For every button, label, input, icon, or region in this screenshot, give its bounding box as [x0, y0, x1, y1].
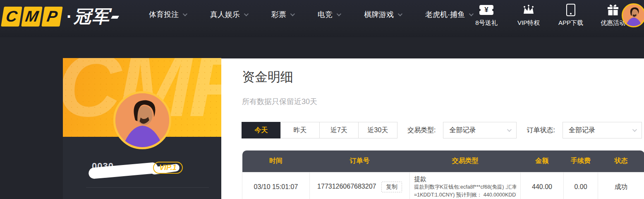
col-header-time: 时间	[242, 150, 310, 172]
funds-table: 时间 订单号 交易类型 金额 手续费 状态 03/10 15:01:07 177…	[242, 150, 644, 199]
logo-dot: ·	[67, 7, 72, 26]
col-header-status: 状态	[598, 150, 644, 172]
brand-logo[interactable]: C M P · 冠军	[2, 5, 118, 28]
transaction-detail-line2: =1KDDT:1.0CNY) 预计到账： 440.0000KDDT	[414, 191, 516, 199]
cell-time: 03/10 15:01:07	[242, 172, 310, 199]
nav-item-board-games[interactable]: 棋牌游戏	[364, 10, 401, 19]
transaction-detail-line1: 提款到数字K豆钱包:ecfa8f***cf68(免提) ,汇率	[414, 183, 516, 191]
logo-dash	[111, 16, 119, 19]
chevron-down-icon	[507, 127, 512, 132]
nav-label: 老虎机·捕鱼	[425, 10, 465, 19]
order-status-select[interactable]: 全部记录	[563, 122, 642, 138]
nav-item-lottery[interactable]: 彩票	[271, 10, 294, 19]
quick-link-label: 8号送礼	[475, 19, 497, 27]
chevron-down-icon	[290, 12, 295, 16]
retention-note: 所有数据只保留近30天	[242, 97, 317, 107]
chevron-down-icon	[183, 12, 187, 16]
crown-icon	[522, 3, 535, 17]
order-status-label: 订单状态:	[527, 126, 555, 135]
date-range-tabs: 今天 昨天 近7天 近30天	[242, 122, 397, 138]
order-number: 1773126067683207	[317, 183, 376, 190]
col-header-fee: 手续费	[564, 150, 598, 172]
nav-label: 体育投注	[149, 10, 179, 19]
logo-letter-c: C	[1, 7, 22, 27]
chevron-down-icon	[632, 127, 637, 132]
chevron-down-icon	[337, 12, 341, 16]
transaction-type-select[interactable]: 全部记录	[443, 122, 517, 138]
cell-fee: 0.00	[564, 172, 598, 199]
nav-item-slots-fishing[interactable]: 老虎机·捕鱼	[425, 10, 472, 19]
cell-transaction-type: 提款 提款到数字K豆钱包:ecfa8f***cf68(免提) ,汇率 =1KDD…	[410, 172, 521, 199]
nav-label: 电竞	[318, 10, 333, 19]
tab-last-7-days[interactable]: 近7天	[319, 122, 359, 138]
quick-link-gift-day8[interactable]: ¥ 8号送礼	[472, 3, 501, 27]
logo-letter-p: P	[41, 7, 63, 27]
nav-label: 彩票	[271, 10, 286, 19]
quick-link-app-download[interactable]: APP下载	[556, 3, 586, 27]
col-header-amount: 金额	[521, 150, 564, 172]
phone-icon	[566, 3, 575, 17]
main-panel: 资金明细 所有数据只保留近30天 今天 昨天 近7天 近30天 交易类型: 全部…	[221, 58, 644, 199]
page-title: 资金明细	[242, 68, 293, 86]
cell-amount: 440.00	[521, 172, 564, 199]
chevron-down-icon	[398, 12, 402, 16]
table-header-row: 时间 订单号 交易类型 金额 手续费 状态	[242, 150, 644, 172]
filter-toolbar: 今天 昨天 近7天 近30天 交易类型: 全部记录 订单状态: 全部记录	[242, 121, 642, 139]
status-badge: 成功	[598, 172, 644, 199]
col-header-type: 交易类型	[410, 150, 521, 172]
profile-card: CMP 0030 VIP.1	[63, 58, 221, 199]
divider	[86, 187, 209, 188]
page: C M P · 冠军 体育投注 真人娱乐 彩票 电竞	[0, 0, 644, 199]
select-value: 全部记录	[449, 126, 476, 135]
nav-label: 棋牌游戏	[364, 10, 394, 19]
logo-suffix: 冠军	[74, 5, 110, 28]
nav-label: 真人娱乐	[210, 10, 240, 19]
quick-link-label: 优惠活动	[601, 19, 625, 27]
main-navigation: 体育投注 真人娱乐 彩票 电竞 棋牌游戏 老虎机·捕鱼	[149, 0, 472, 29]
nav-item-esports[interactable]: 电竞	[318, 10, 340, 19]
user-avatar[interactable]	[622, 3, 644, 27]
ticket-yen-icon: ¥	[479, 3, 493, 17]
chevron-down-icon	[244, 12, 249, 16]
copy-button[interactable]: 复制	[381, 182, 402, 192]
col-header-order-no: 订单号	[310, 150, 410, 172]
quick-link-label: APP下载	[558, 19, 583, 27]
tab-last-30-days[interactable]: 近30天	[358, 122, 397, 138]
vip-badge: VIP.1	[153, 162, 183, 174]
tab-today[interactable]: 今天	[242, 122, 281, 138]
table-row: 03/10 15:01:07 1773126067683207 复制 提款 提款…	[242, 172, 644, 199]
quick-links: ¥ 8号送礼 VIP特权 APP下载	[472, 3, 628, 27]
logo-letter-m: M	[21, 7, 43, 27]
transaction-type-label: 交易类型:	[407, 126, 436, 135]
profile-avatar[interactable]	[113, 91, 171, 149]
quick-link-label: VIP特权	[517, 19, 540, 27]
nav-item-sports-betting[interactable]: 体育投注	[149, 10, 186, 19]
quick-link-vip[interactable]: VIP特权	[514, 3, 543, 27]
tab-yesterday[interactable]: 昨天	[280, 122, 320, 138]
nav-item-live-casino[interactable]: 真人娱乐	[210, 10, 247, 19]
cell-order-no: 1773126067683207 复制	[310, 172, 410, 199]
select-value: 全部记录	[569, 126, 595, 135]
top-navigation-bar: C M P · 冠军 体育投注 真人娱乐 彩票 电竞	[0, 0, 644, 37]
gift-icon	[607, 3, 619, 17]
transaction-type-title: 提款	[414, 175, 516, 184]
